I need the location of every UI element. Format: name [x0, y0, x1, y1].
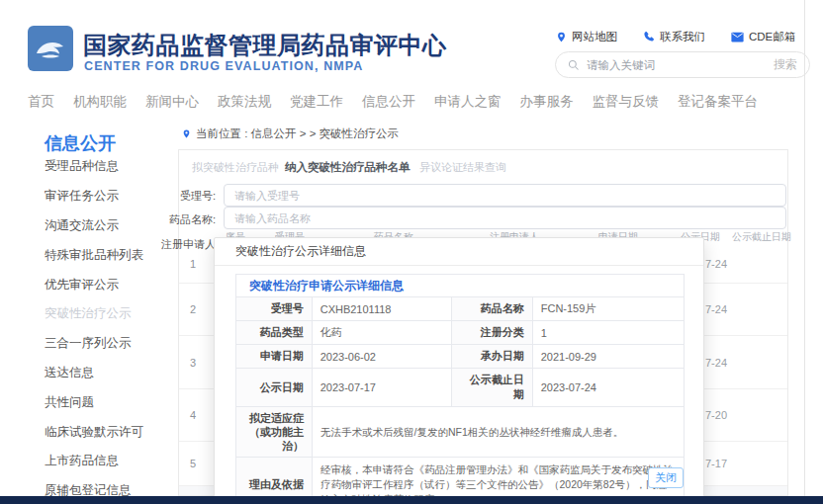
detail-row: 公示日期 2023-07-17 公示截止日期 2023-07-24: [236, 369, 684, 407]
nav-item-party[interactable]: 党建工作: [290, 93, 343, 111]
main-nav: 首页 机构职能 新闻中心 政策法规 党建工作 信息公开 申请人之窗 办事服务 监…: [0, 87, 804, 117]
drug-name-input[interactable]: [224, 207, 786, 229]
search-input[interactable]: [587, 59, 767, 71]
detail-row: 药品类型 化药 注册分类 1: [236, 321, 684, 345]
field-value: 2021-09-29: [532, 345, 684, 368]
nav-item-functions[interactable]: 机构职能: [73, 93, 127, 111]
field-label: 承办日期: [451, 345, 532, 368]
sidebar-item-three-in-one[interactable]: 三合一序列公示: [45, 329, 173, 359]
field-value: 1: [532, 321, 684, 344]
field-label: 药品类型: [236, 321, 312, 344]
acceptance-no-label: 受理号:: [138, 189, 216, 204]
site-subtitle: CENTER FOR DRUG EVALUATION, NMPA: [84, 59, 363, 73]
nav-item-disclosure[interactable]: 信息公开: [362, 93, 415, 111]
sidebar-item-clinical-trial[interactable]: 临床试验默示许可: [45, 417, 173, 447]
location-pin-icon: [556, 31, 567, 43]
field-value: CXHB2101118: [312, 297, 451, 320]
detail-section-title: 突破性治疗申请公示详细信息: [236, 275, 684, 297]
mailbox-link[interactable]: CDE邮箱: [731, 30, 795, 44]
nav-item-policy[interactable]: 政策法规: [218, 93, 271, 111]
mail-icon: [731, 32, 744, 42]
header-quicklinks: 网站地图 联系我们 CDE邮箱: [556, 28, 795, 45]
detail-row: 受理号 CXHB2101118 药品名称 FCN-159片: [236, 297, 684, 321]
close-button[interactable]: 关闭: [648, 467, 684, 488]
detail-row-indication: 拟定适应症（或功能主治） 无法手术或术后残留/复发的NF1相关的丛状神经纤维瘤成…: [236, 407, 684, 458]
nav-item-registration-platform[interactable]: 登记备案平台: [678, 93, 758, 111]
page: 国家药品监督管理局药品审评中心 CENTER FOR DRUG EVALUATI…: [0, 0, 823, 504]
breadcrumb-text: 当前位置 : 信息公开 > > 突破性治疗公示: [196, 126, 399, 141]
breadcrumb-pin-icon: [182, 128, 191, 139]
nav-item-news[interactable]: 新闻中心: [145, 93, 199, 111]
sidebar-item-breakthrough-therapy[interactable]: 突破性治疗公示: [45, 299, 173, 329]
cde-logo: [28, 26, 73, 71]
nav-item-supervision[interactable]: 监督与反馈: [593, 93, 660, 111]
field-label: 拟定适应症（或功能主治）: [236, 407, 312, 457]
site-search: 搜索: [555, 51, 810, 78]
site-title: 国家药品监督管理局药品审评中心: [83, 30, 447, 61]
field-value: FCN-159片: [532, 297, 684, 320]
field-value: 2023-07-17: [312, 369, 451, 406]
footer-bar: [0, 496, 823, 504]
field-value: 2023-07-24: [532, 369, 684, 406]
contact-link[interactable]: 联系我们: [643, 30, 705, 44]
field-value: 无法手术或术后残留/复发的NF1相关的丛状神经纤维瘤成人患者。: [312, 407, 684, 457]
sidebar-item-priority-review[interactable]: 优先审评公示: [45, 270, 173, 299]
modal-title: 突破性治疗公示详细信息: [215, 238, 703, 266]
detail-table: 突破性治疗申请公示详细信息 受理号 CXHB2101118 药品名称 FCN-1…: [235, 274, 685, 504]
field-value: 2023-06-02: [312, 345, 451, 368]
nav-item-services[interactable]: 办事服务: [520, 93, 574, 111]
nav-item-applicant[interactable]: 申请人之窗: [434, 93, 502, 111]
sidebar-menu: 受理品种信息 审评任务公示 沟通交流公示 特殊审批品种列表 优先审评公示 突破性…: [45, 152, 173, 504]
nav-item-home[interactable]: 首页: [28, 93, 54, 111]
field-label: 注册分类: [451, 321, 532, 344]
field-label: 受理号: [236, 297, 312, 320]
phone-icon: [643, 31, 655, 42]
field-value: 化药: [312, 321, 451, 344]
page-right-divider: [804, 0, 805, 504]
breadcrumb: 当前位置 : 信息公开 > > 突破性治疗公示: [182, 126, 399, 141]
detail-row: 申请日期 2023-06-02 承办日期 2021-09-29: [236, 345, 684, 369]
tab-proposed-breakthrough[interactable]: 拟突破性治疗品种: [192, 160, 279, 175]
sidebar-item-delivery-info[interactable]: 送达信息: [45, 359, 173, 388]
col-header-deadline: 公示截止日期: [732, 230, 791, 244]
field-label: 公示日期: [236, 369, 312, 406]
field-label: 药品名称: [451, 297, 532, 320]
drug-name-label: 药品名称:: [138, 212, 216, 227]
sidebar-item-marketed-drugs[interactable]: 上市药品信息: [45, 447, 173, 476]
swan-logo-icon: [34, 34, 67, 63]
acceptance-no-input[interactable]: [224, 184, 786, 207]
field-label: 公示截止日期: [451, 369, 532, 406]
field-label: 申请日期: [236, 345, 312, 368]
sidebar-item-common-issues[interactable]: 共性问题: [45, 387, 173, 417]
tab-included-breakthrough-list[interactable]: 纳入突破性治疗品种名单: [285, 160, 411, 175]
sitemap-link[interactable]: 网站地图: [556, 30, 617, 44]
search-icon: [568, 59, 580, 71]
detail-modal: 突破性治疗公示详细信息 突破性治疗申请公示详细信息 受理号 CXHB210111…: [214, 237, 704, 499]
tab-objection-results[interactable]: 异议论证结果查询: [419, 160, 506, 175]
sidebar-item-accepted-varieties[interactable]: 受理品种信息: [45, 152, 173, 182]
search-button[interactable]: 搜索: [774, 56, 797, 73]
